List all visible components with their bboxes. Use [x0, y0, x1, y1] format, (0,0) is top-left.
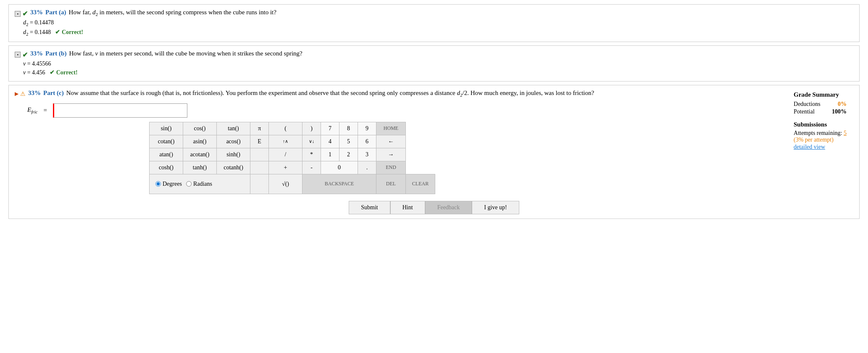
down-arrow-button[interactable]: ∨↓ [302, 135, 321, 148]
part-c-icons: ▶ ⚠ [15, 90, 26, 97]
divide-button[interactable]: / [269, 148, 302, 161]
acos-button[interactable]: acos() [217, 135, 250, 148]
warning-icon-c: ⚠ [20, 90, 26, 97]
part-b-answer2: v = 4.456 ✔ Correct! [23, 69, 853, 76]
potential-row: Potential 100% [794, 108, 847, 115]
num-9-button[interactable]: 9 [358, 122, 376, 135]
feedback-button[interactable]: Feedback [425, 201, 472, 214]
part-b-sublabel: Part (b) [45, 50, 66, 57]
decimal-button[interactable]: . [358, 161, 376, 174]
close-paren-button[interactable]: ) [302, 122, 321, 135]
backspace-button[interactable]: BACKSPACE [302, 174, 376, 194]
check-icon-b: ✔ [22, 51, 28, 59]
part-a-question: How far, d2 in meters, will the second s… [69, 9, 276, 17]
check-icon-a: ✔ [22, 10, 28, 18]
num-8-button[interactable]: 8 [339, 122, 358, 135]
calculator: sin() cos() tan() π ( ) 7 8 9 HOME cotan… [149, 122, 853, 194]
num-1-button[interactable]: 1 [321, 148, 339, 161]
submit-button[interactable]: Submit [349, 201, 390, 214]
deductions-value: 0% [838, 101, 847, 108]
open-paren-button[interactable]: ( [269, 122, 302, 135]
degrees-label[interactable]: Degrees [155, 181, 182, 187]
part-b-section: ▪ ✔ 33% Part (b) How fast, v in meters p… [8, 45, 860, 82]
empty-btn-3 [250, 174, 269, 194]
radians-label[interactable]: Radians [186, 181, 212, 187]
checkbox-icon-b: ▪ [15, 52, 21, 58]
hint-button[interactable]: Hint [390, 201, 425, 214]
end-button[interactable]: END [376, 161, 406, 174]
part-a-answer2: d2 = 0.1448 ✔ Correct! [23, 29, 853, 37]
radians-radio[interactable] [186, 181, 192, 187]
part-b-icons: ▪ ✔ [15, 51, 28, 59]
right-arrow-button[interactable]: → [376, 148, 406, 161]
num-4-button[interactable]: 4 [321, 135, 339, 148]
attempts-label: Attempts remaining: [794, 130, 842, 136]
e-button[interactable]: E [250, 135, 269, 148]
plus-button[interactable]: + [269, 161, 302, 174]
part-c-question: Now assume that the surface is rough (th… [66, 90, 594, 97]
home-button[interactable]: HOME [376, 122, 406, 135]
sin-button[interactable]: sin() [150, 122, 183, 135]
del-button[interactable]: DEL [376, 174, 406, 194]
num-5-button[interactable]: 5 [339, 135, 358, 148]
part-a-correct: ✔ Correct! [55, 29, 83, 35]
up-arrow-button[interactable]: ↑∧ [269, 135, 302, 148]
action-buttons-row: Submit Hint Feedback I give up! [15, 201, 853, 214]
efric-input-row: Efric = [27, 103, 853, 118]
pi-button[interactable]: π [250, 122, 269, 135]
play-icon-c: ▶ [15, 91, 18, 97]
minus-button[interactable]: - [302, 161, 321, 174]
degrees-radio[interactable] [155, 181, 161, 187]
give-up-button[interactable]: I give up! [472, 201, 519, 214]
potential-value: 100% [832, 108, 847, 115]
efric-input[interactable] [53, 103, 187, 118]
num-7-button[interactable]: 7 [321, 122, 339, 135]
part-a-label: 33% [30, 9, 43, 16]
num-3-button[interactable]: 3 [358, 148, 376, 161]
deductions-label: Deductions [794, 101, 821, 108]
cotan-button[interactable]: cotan() [150, 135, 183, 148]
tanh-button[interactable]: tanh() [183, 161, 217, 174]
part-c-section: ▶ ⚠ 33% Part (c) Now assume that the sur… [8, 85, 860, 219]
cosh-button[interactable]: cosh() [150, 161, 183, 174]
attempts-row: Attempts remaining: 5 [794, 130, 847, 137]
submissions-title: Submissions [794, 121, 847, 128]
deg-rad-row: Degrees Radians [155, 177, 244, 191]
cos-button[interactable]: cos() [183, 122, 217, 135]
atan-button[interactable]: atan() [150, 148, 183, 161]
asin-button[interactable]: asin() [183, 135, 217, 148]
per-attempt-row: (3% per attempt) [794, 137, 847, 143]
cotanh-button[interactable]: cotanh() [217, 161, 250, 174]
part-b-header: ▪ ✔ 33% Part (b) How fast, v in meters p… [15, 50, 853, 59]
empty-btn-2 [250, 161, 269, 174]
sinh-button[interactable]: sinh() [217, 148, 250, 161]
tan-button[interactable]: tan() [217, 122, 250, 135]
multiply-button[interactable]: * [302, 148, 321, 161]
part-a-answer1: d2 = 0.14478 [23, 19, 853, 27]
backspace-arrow-button[interactable]: ← [376, 135, 406, 148]
efric-label: Efric [27, 106, 37, 114]
part-c-header: ▶ ⚠ 33% Part (c) Now assume that the sur… [15, 90, 853, 97]
part-c-sublabel: Part (c) [43, 90, 64, 97]
part-c-label: 33% [28, 90, 41, 97]
num-0-button[interactable]: 0 [321, 161, 358, 174]
num-6-button[interactable]: 6 [358, 135, 376, 148]
num-2-button[interactable]: 2 [339, 148, 358, 161]
part-a-sublabel: Part (a) [45, 9, 66, 16]
calc-table: sin() cos() tan() π ( ) 7 8 9 HOME cotan… [149, 122, 435, 194]
sqrt-button[interactable]: √() [269, 174, 302, 194]
grade-summary-sidebar: Grade Summary Deductions 0% Potential 10… [794, 91, 847, 150]
detailed-view-link[interactable]: detailed view [794, 144, 825, 150]
attempts-num: 5 [844, 130, 847, 136]
empty-btn-1 [250, 148, 269, 161]
part-b-question: How fast, v in meters per second, will t… [69, 50, 302, 57]
part-a-icons: ▪ ✔ [15, 10, 28, 18]
part-b-label: 33% [30, 50, 43, 57]
part-a-header: ▪ ✔ 33% Part (a) How far, d2 in meters, … [15, 9, 853, 18]
part-a-section: ▪ ✔ 33% Part (a) How far, d2 in meters, … [8, 4, 860, 42]
checkbox-icon-a: ▪ [15, 11, 21, 17]
potential-label: Potential [794, 108, 815, 115]
equals-sign: = [43, 107, 47, 114]
clear-button[interactable]: CLEAR [406, 174, 435, 194]
acotan-button[interactable]: acotan() [183, 148, 217, 161]
